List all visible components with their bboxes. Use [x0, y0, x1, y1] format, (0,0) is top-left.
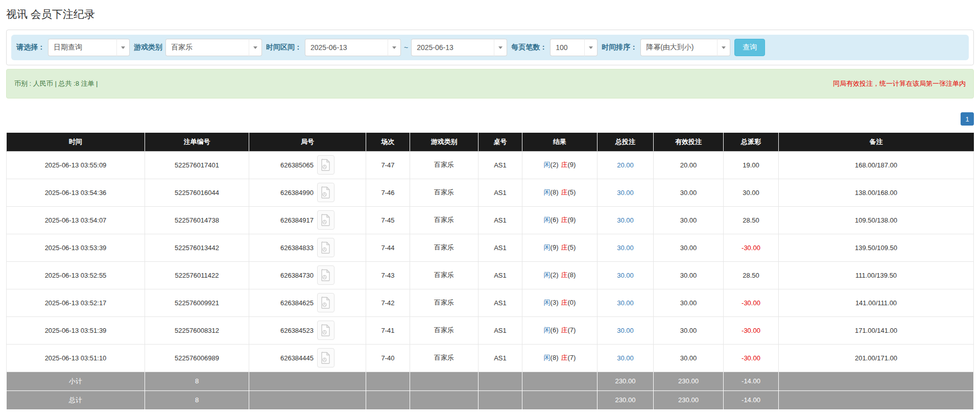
- game-type-label: 游戏类别: [134, 43, 162, 52]
- result-banker-points: (5): [568, 243, 576, 251]
- cell-table-no: AS1: [479, 289, 522, 316]
- total-bet-link[interactable]: 30.00: [617, 244, 634, 252]
- query-type-combobox: [48, 39, 130, 56]
- cell-total-bet: 30.00: [597, 179, 654, 206]
- date-from-input[interactable]: [305, 39, 388, 56]
- total-bet-link[interactable]: 20.00: [617, 161, 634, 169]
- result-player-label: 闲: [544, 299, 551, 306]
- cell-total-bet: 30.00: [597, 316, 654, 344]
- column-header: 时间: [7, 133, 145, 151]
- cell-session: 7-40: [366, 344, 410, 372]
- video-record-icon[interactable]: [317, 155, 334, 175]
- cell-result: 闲(2)庄(9): [522, 151, 597, 179]
- cell-time: 2025-06-13 03:52:55: [7, 261, 145, 289]
- cell-total-bet: 20.00: [597, 151, 654, 179]
- page-container: 视讯 会员下注纪录 请选择： 游戏类别 时间区间： ~: [0, 0, 980, 416]
- result-player-points: (6): [551, 326, 559, 334]
- page-size-dropdown-button[interactable]: [584, 39, 597, 56]
- table-row: 2025-06-13 03:54:36 522576016044 6263849…: [7, 179, 974, 206]
- game-type-dropdown-button[interactable]: [249, 39, 262, 56]
- time-sort-dropdown-button[interactable]: [717, 39, 730, 56]
- cell-round-id: 626384523: [249, 316, 366, 344]
- total-bet-link[interactable]: 30.00: [617, 327, 634, 334]
- pagination-page-1-button[interactable]: 1: [961, 112, 974, 126]
- filter-panel: 请选择： 游戏类别 时间区间： ~ 每页笔数：: [6, 30, 974, 65]
- cell-table-no: AS1: [479, 234, 522, 261]
- game-type-input[interactable]: [165, 39, 249, 56]
- cell-session: 7-42: [366, 289, 410, 316]
- cell-empty: [479, 372, 522, 390]
- cell-remark: 139.50/109.50: [779, 234, 974, 261]
- result-banker-label: 庄: [561, 216, 568, 224]
- cell-game-type: 百家乐: [410, 206, 479, 234]
- cell-remark: 111.00/139.50: [779, 261, 974, 289]
- total-bet-link[interactable]: 30.00: [617, 189, 634, 197]
- video-record-icon[interactable]: [317, 238, 334, 257]
- video-record-icon[interactable]: [317, 321, 334, 340]
- cell-time: 2025-06-13 03:53:39: [7, 234, 145, 261]
- date-to-dropdown-button[interactable]: [494, 39, 507, 56]
- cell-time: 2025-06-13 03:54:36: [7, 179, 145, 206]
- cell-table-no: AS1: [479, 316, 522, 344]
- result-banker-label: 庄: [561, 326, 568, 334]
- cell-bet-id: 522576014738: [145, 206, 249, 234]
- cell-empty: [366, 390, 410, 409]
- date-from-dropdown-button[interactable]: [388, 39, 401, 56]
- cell-valid-bet: 30.00: [654, 261, 724, 289]
- round-id-text: 626384445: [280, 354, 314, 362]
- date-to-input[interactable]: [411, 39, 494, 56]
- cell-empty: [410, 372, 479, 390]
- chevron-down-icon: [392, 46, 396, 49]
- page-title: 视讯 会员下注纪录: [6, 7, 974, 21]
- result-player-points: (3): [551, 299, 559, 306]
- total-total-bet: 230.00: [597, 390, 654, 409]
- cell-remark: 171.00/141.00: [779, 316, 974, 344]
- cell-time: 2025-06-13 03:51:10: [7, 344, 145, 372]
- cell-game-type: 百家乐: [410, 179, 479, 206]
- cell-round-id: 626384990: [249, 179, 366, 206]
- round-id-text: 626384990: [280, 189, 314, 197]
- cell-empty: [522, 390, 597, 409]
- result-player-points: (8): [551, 188, 559, 196]
- result-banker-label: 庄: [561, 188, 568, 196]
- cell-payout: 30.00: [724, 179, 779, 206]
- total-bet-link[interactable]: 30.00: [617, 272, 634, 279]
- total-bet-link[interactable]: 30.00: [617, 354, 634, 362]
- cell-payout: -30.00: [724, 234, 779, 261]
- cell-remark: 168.00/187.00: [779, 151, 974, 179]
- search-button[interactable]: 查询: [734, 39, 765, 56]
- cell-valid-bet: 20.00: [654, 151, 724, 179]
- total-bet-link[interactable]: 30.00: [617, 299, 634, 307]
- cell-payout: -30.00: [724, 316, 779, 344]
- page-size-label: 每页笔数：: [511, 43, 547, 52]
- result-banker-label: 庄: [561, 271, 568, 279]
- video-record-icon[interactable]: [317, 293, 334, 312]
- result-banker-label: 庄: [561, 299, 568, 306]
- cell-payout: 28.50: [724, 206, 779, 234]
- date-to-combobox: [411, 39, 507, 56]
- column-header: 有效投注: [654, 133, 724, 151]
- page-size-input[interactable]: [550, 39, 584, 56]
- cell-valid-bet: 30.00: [654, 234, 724, 261]
- cell-empty: [410, 390, 479, 409]
- video-record-icon[interactable]: [317, 348, 334, 368]
- cell-payout: -30.00: [724, 289, 779, 316]
- result-banker-label: 庄: [561, 354, 568, 361]
- query-type-input[interactable]: [48, 39, 116, 56]
- time-sort-input[interactable]: [640, 39, 717, 56]
- table-body: 2025-06-13 03:55:09 522576017401 6263850…: [7, 151, 974, 372]
- total-bet-link[interactable]: 30.00: [617, 216, 634, 224]
- query-type-dropdown-button[interactable]: [116, 39, 130, 56]
- time-range-label: 时间区间：: [266, 43, 302, 52]
- cell-empty: [249, 372, 366, 390]
- table-row: 2025-06-13 03:52:17 522576009921 6263846…: [7, 289, 974, 316]
- cell-time: 2025-06-13 03:51:39: [7, 316, 145, 344]
- chevron-down-icon: [498, 46, 503, 49]
- cell-total-bet: 30.00: [597, 261, 654, 289]
- cell-result: 闲(2)庄(8): [522, 261, 597, 289]
- video-record-icon[interactable]: [317, 183, 334, 202]
- total-row: 总计 8 230.00 230.00 -14.00: [7, 390, 974, 409]
- video-record-icon[interactable]: [317, 265, 334, 285]
- cell-empty: [249, 390, 366, 409]
- video-record-icon[interactable]: [317, 210, 334, 230]
